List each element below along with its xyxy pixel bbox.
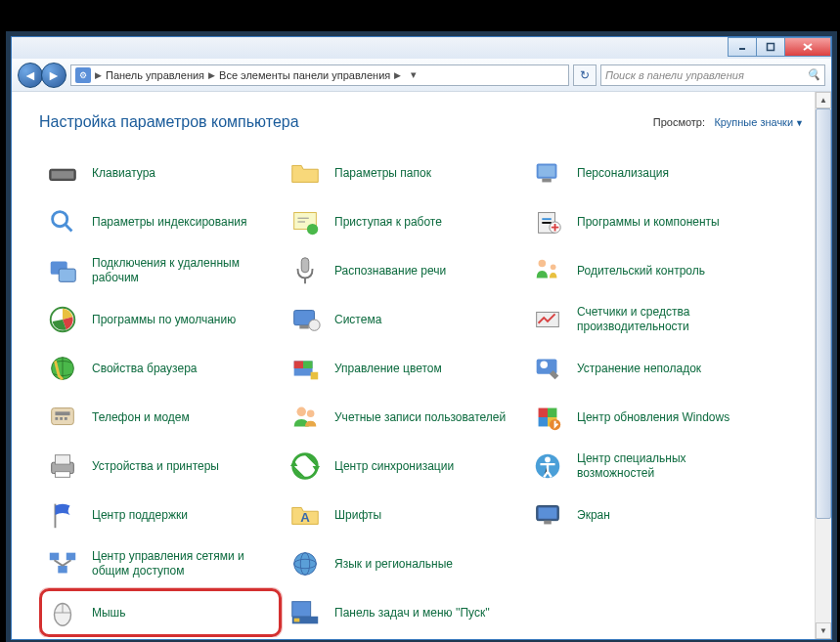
item-label: Программы и компоненты (577, 215, 720, 230)
svg-point-55 (551, 264, 556, 270)
item-parental-controls[interactable]: Родительский контроль (524, 246, 767, 295)
display-icon (530, 497, 565, 533)
svg-rect-51 (542, 218, 551, 220)
navigation-bar: ◄ ► ⚙ ▶ Панель управления ▶ Все элементы… (12, 59, 831, 92)
back-button[interactable]: ◄ (18, 63, 43, 88)
item-sync-center[interactable]: Центр синхронизации (282, 442, 524, 491)
item-label: Центр управления сетями и общим доступом (92, 549, 268, 578)
phone-modem-icon (45, 400, 80, 435)
breadcrumb-2[interactable]: Все элементы панели управления (219, 69, 390, 81)
item-display[interactable]: Экран (524, 491, 767, 539)
svg-point-65 (545, 457, 551, 463)
scrollbar[interactable]: ▲ ▼ (815, 92, 831, 639)
svg-rect-18 (55, 455, 69, 464)
sync-icon (287, 449, 323, 484)
address-dropdown[interactable]: ▾ (405, 68, 422, 81)
svg-rect-1 (768, 44, 774, 51)
item-indexing[interactable]: Параметры индексирования (39, 197, 282, 246)
chevron-icon: ▶ (208, 70, 215, 80)
search-placeholder: Поиск в панели управления (605, 69, 744, 81)
svg-rect-22 (58, 566, 66, 574)
item-user-accounts[interactable]: Учетные записи пользователей (282, 393, 524, 442)
item-folder-options[interactable]: Параметры папок (282, 149, 524, 197)
svg-rect-9 (59, 269, 75, 281)
forward-button[interactable]: ► (41, 63, 66, 88)
item-performance[interactable]: Счетчики и средства производительности (524, 295, 767, 344)
close-button[interactable] (784, 37, 831, 57)
svg-rect-59 (539, 408, 548, 417)
minimize-button[interactable] (728, 37, 757, 57)
item-label: Свойства браузера (92, 362, 198, 376)
item-programs-features[interactable]: Программы и компоненты (524, 197, 767, 246)
maximize-button[interactable] (756, 37, 785, 57)
item-devices-printers[interactable]: Устройства и принтеры (39, 442, 282, 491)
keyboard-icon (45, 155, 80, 191)
svg-line-7 (66, 225, 72, 232)
item-region-language[interactable]: Язык и региональные (282, 539, 524, 588)
scroll-up-button[interactable]: ▲ (816, 92, 831, 108)
item-fonts[interactable]: AШрифты (282, 491, 524, 539)
item-troubleshooting[interactable]: Устранение неполадок (524, 344, 767, 393)
programs-icon (530, 204, 565, 239)
item-remote-desktop[interactable]: Подключения к удаленным рабочим (39, 246, 282, 295)
microphone-icon (287, 253, 323, 288)
svg-rect-15 (60, 417, 63, 420)
item-speech-recognition[interactable]: Распознавание речи (282, 246, 524, 295)
address-bar[interactable]: ⚙ ▶ Панель управления ▶ Все элементы пан… (70, 64, 569, 86)
item-personalization[interactable]: Персонализация (524, 149, 767, 197)
item-label: Клавиатура (92, 166, 155, 181)
search-icon: 🔍 (807, 68, 820, 81)
svg-rect-16 (65, 417, 67, 420)
titlebar[interactable] (12, 37, 831, 59)
page-title: Настройка параметров компьютера (39, 113, 299, 131)
svg-point-38 (307, 409, 315, 417)
item-label: Родительский контроль (577, 264, 705, 278)
printer-icon (45, 449, 80, 484)
network-icon (45, 546, 80, 581)
item-system[interactable]: Система (282, 295, 524, 344)
svg-point-27 (307, 224, 318, 235)
svg-rect-13 (55, 411, 69, 415)
item-windows-update[interactable]: Центр обновления Windows (524, 393, 767, 442)
svg-point-58 (540, 361, 548, 368)
refresh-button[interactable]: ↻ (573, 64, 597, 86)
svg-rect-68 (544, 521, 552, 525)
svg-rect-46 (292, 602, 311, 617)
svg-rect-60 (548, 408, 556, 417)
item-keyboard[interactable]: Клавиатура (39, 149, 282, 197)
item-getting-started[interactable]: Приступая к работе (282, 197, 524, 246)
breadcrumb-1[interactable]: Панель управления (106, 69, 204, 81)
scroll-down-button[interactable]: ▼ (816, 622, 831, 639)
folder-icon (287, 155, 323, 191)
svg-rect-36 (311, 372, 319, 380)
item-mouse[interactable]: Мышь (39, 588, 282, 637)
svg-rect-45 (294, 619, 300, 622)
search-box[interactable]: Поиск в панели управления 🔍 (600, 64, 825, 86)
item-default-programs[interactable]: Программы по умолчанию (39, 295, 282, 344)
item-label: Шрифты (334, 508, 381, 523)
svg-rect-35 (303, 361, 312, 368)
chevron-icon: ▶ (95, 70, 102, 80)
svg-rect-31 (299, 325, 308, 329)
personalization-icon (530, 155, 565, 191)
item-ease-of-access[interactable]: Центр специальных возможностей (524, 442, 767, 491)
item-action-center[interactable]: Центр поддержки (39, 491, 282, 539)
svg-rect-28 (301, 258, 309, 273)
svg-rect-34 (294, 361, 303, 368)
item-label: Программы по умолчанию (92, 313, 236, 327)
item-phone-modem[interactable]: Телефон и модем (39, 393, 282, 442)
chevron-down-icon: ▼ (795, 118, 804, 128)
troubleshoot-icon (530, 351, 565, 386)
svg-rect-67 (539, 507, 557, 518)
view-selector[interactable]: Крупные значки▼ (714, 116, 804, 128)
item-internet-options[interactable]: Свойства браузера (39, 344, 282, 393)
scroll-thumb[interactable] (816, 108, 831, 519)
default-programs-icon (45, 302, 80, 337)
item-network-sharing[interactable]: Центр управления сетями и общим доступом (39, 539, 282, 588)
item-label: Подключения к удаленным рабочим (92, 256, 268, 285)
flag-icon (45, 497, 80, 533)
item-taskbar-start[interactable]: Панель задач и меню ''Пуск'' (282, 588, 524, 637)
item-color-management[interactable]: Управление цветом (282, 344, 524, 393)
item-label: Центр специальных возможностей (577, 451, 753, 481)
item-label: Персонализация (577, 166, 669, 181)
